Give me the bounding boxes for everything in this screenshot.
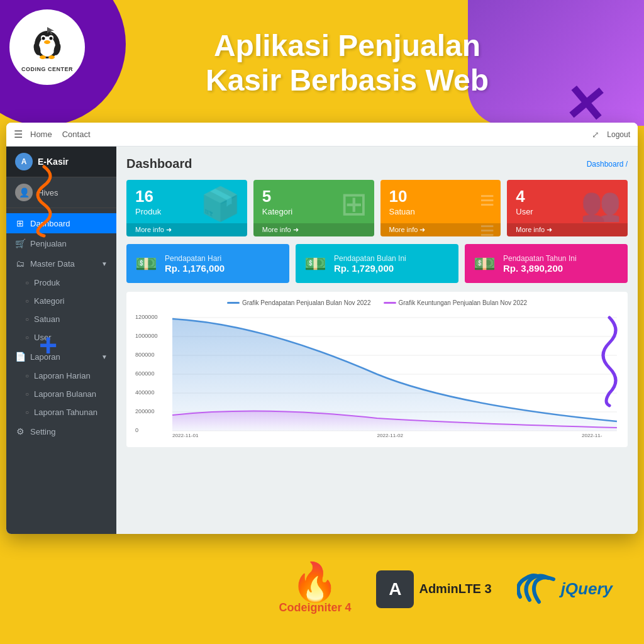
produk-bg-icon: 📦 bbox=[200, 185, 241, 223]
legend-profit-color bbox=[384, 302, 396, 304]
revenue-bulan-icon: 💵 bbox=[304, 253, 326, 274]
svg-text:2022-11-: 2022-11- bbox=[582, 433, 602, 437]
penjualan-icon: 🛒 bbox=[15, 238, 25, 248]
sub-laporan-tahunan-icon: ○ bbox=[25, 409, 29, 416]
laporan-chevron: ▼ bbox=[101, 353, 108, 360]
revenue-bulan-title: Pendapatan Bulan Ini bbox=[334, 254, 406, 263]
svg-text:0: 0 bbox=[135, 427, 138, 433]
svg-text:200000: 200000 bbox=[135, 408, 155, 414]
title-line2: Kasir Berbasis Web bbox=[206, 63, 489, 97]
svg-text:400000: 400000 bbox=[135, 389, 155, 396]
title-line1: Aplikasi Penjualan bbox=[206, 28, 489, 63]
kategori-more-info[interactable]: More info ➜ bbox=[253, 223, 374, 236]
revenue-tahun-info: Pendapatan Tahun Ini Rp. 3,890,200 bbox=[503, 254, 577, 274]
brand-adminlte: A AdminLTE 3 bbox=[376, 570, 491, 608]
legend-profit: Grafik Keuntungan Penjualan Bulan Nov 20… bbox=[384, 299, 528, 306]
logo-text: CODING CENTER bbox=[21, 66, 73, 72]
sidebar-sub-satuan[interactable]: ○ Satuan bbox=[6, 310, 116, 328]
revenue-card-tahun: 💵 Pendapatan Tahun Ini Rp. 3,890,200 bbox=[465, 244, 628, 283]
penjualan-label: Penjualan bbox=[30, 239, 67, 248]
sub-laporan-harian-icon: ○ bbox=[25, 372, 29, 379]
jquery-label: jQuery bbox=[561, 579, 613, 599]
top-navbar: ☰ Home Contact ⤢ Logout bbox=[6, 123, 638, 147]
legend-profit-label: Grafik Keuntungan Penjualan Bulan Nov 20… bbox=[399, 299, 528, 306]
chart-container: Grafik Pendapatan Penjualan Bulan Nov 20… bbox=[126, 292, 628, 447]
flame-icon: 🔥 bbox=[291, 564, 338, 601]
sidebar-section-masterdata[interactable]: 🗂 Master Data ▼ bbox=[6, 253, 116, 274]
revenue-cards: 💵 Pendapatan Hari Rp. 1,176,000 💵 Pendap… bbox=[126, 244, 628, 283]
sidebar-sub-produk[interactable]: ○ Produk bbox=[6, 274, 116, 292]
sub-kategori-icon: ○ bbox=[25, 297, 29, 304]
navbar-right: ⤢ Logout bbox=[592, 130, 630, 140]
revenue-bulan-info: Pendapatan Bulan Ini Rp. 1,729,000 bbox=[334, 254, 406, 274]
app-window: ☰ Home Contact ⤢ Logout A E-Kasir 👤 Hive… bbox=[6, 123, 638, 534]
sidebar-section-laporan[interactable]: 📄 Laporan ▼ bbox=[6, 347, 116, 367]
legend-sales-label: Grafik Pendapatan Penjualan Bulan Nov 20… bbox=[242, 299, 371, 306]
legend-sales: Grafik Pendapatan Penjualan Bulan Nov 20… bbox=[227, 299, 371, 306]
setting-label: Setting bbox=[30, 427, 55, 436]
sidebar-nav: ⊞ Dashboard 🛒 Penjualan 🗂 Master Data ▼ … bbox=[6, 208, 116, 534]
squiggle-purple-decoration bbox=[594, 314, 625, 409]
sub-laporan-bulanan-label: Laporan Bulanan bbox=[34, 389, 96, 399]
svg-text:1000000: 1000000 bbox=[135, 333, 158, 339]
plus-decoration: + bbox=[39, 327, 57, 364]
squiggle-orange-decoration bbox=[25, 164, 63, 239]
app-body: A E-Kasir 👤 Hives ⊞ Dashboard 🛒 Penjuala… bbox=[6, 147, 638, 534]
stat-card-satuan: 10 Satuan ≡≡≡ More info ➜ bbox=[380, 180, 501, 236]
main-title: Aplikasi Penjualan Kasir Berbasis Web bbox=[206, 28, 489, 97]
sub-satuan-icon: ○ bbox=[25, 316, 29, 323]
stat-card-produk: 16 Produk 📦 More info ➜ bbox=[126, 180, 247, 236]
logout-button[interactable]: Logout bbox=[607, 130, 630, 139]
penguin-icon bbox=[30, 23, 65, 66]
stat-card-user: 4 User 👥 More info ➜ bbox=[507, 180, 628, 236]
svg-text:2022-11-01: 2022-11-01 bbox=[172, 433, 199, 437]
revenue-card-hari: 💵 Pendapatan Hari Rp. 1,176,000 bbox=[126, 244, 289, 283]
satuan-more-info[interactable]: More info ➜ bbox=[380, 223, 501, 236]
svg-point-5 bbox=[49, 36, 52, 40]
masterdata-icon: 🗂 bbox=[15, 258, 25, 269]
expand-icon[interactable]: ⤢ bbox=[592, 130, 599, 140]
revenue-hari-title: Pendapatan Hari bbox=[165, 254, 225, 263]
revenue-hari-amount: Rp. 1,176,000 bbox=[165, 263, 225, 274]
adminlte-logo-icon: A bbox=[376, 570, 414, 608]
sidebar-sub-laporan-bulanan[interactable]: ○ Laporan Bulanan bbox=[6, 385, 116, 403]
sub-produk-label: Produk bbox=[34, 278, 60, 287]
setting-icon: ⚙ bbox=[15, 426, 25, 436]
navbar-contact-link[interactable]: Contact bbox=[62, 130, 91, 139]
revenue-bulan-amount: Rp. 1,729,000 bbox=[334, 263, 406, 274]
satuan-number: 10 bbox=[389, 187, 492, 206]
jquery-logo-svg bbox=[517, 572, 561, 606]
svg-point-4 bbox=[42, 36, 45, 40]
page-title: Dashboard bbox=[126, 157, 192, 171]
svg-point-1 bbox=[39, 36, 55, 57]
sub-satuan-label: Satuan bbox=[34, 314, 60, 324]
masterdata-label: Master Data bbox=[30, 259, 75, 269]
sidebar-sub-laporan-tahunan[interactable]: ○ Laporan Tahunan bbox=[6, 403, 116, 421]
chart-legend: Grafik Pendapatan Penjualan Bulan Nov 20… bbox=[134, 299, 620, 306]
sidebar-sub-kategori[interactable]: ○ Kategori bbox=[6, 292, 116, 310]
revenue-tahun-title: Pendapatan Tahun Ini bbox=[503, 254, 577, 263]
legend-sales-color bbox=[227, 302, 240, 304]
user-more-info[interactable]: More info ➜ bbox=[507, 223, 628, 236]
navbar-links: Home Contact bbox=[30, 130, 91, 139]
brand-codeigniter: 🔥 Codeigniter 4 bbox=[279, 564, 351, 614]
header-area: CODING CENTER Aplikasi Penjualan Kasir B… bbox=[0, 0, 644, 126]
adminlte-label: AdminLTE 3 bbox=[419, 582, 491, 596]
logo-circle: CODING CENTER bbox=[9, 9, 85, 85]
main-content: Dashboard Dashboard / 16 Produk 📦 More i… bbox=[116, 147, 638, 534]
sidebar-sub-laporan-harian[interactable]: ○ Laporan Harian bbox=[6, 367, 116, 385]
content-header: Dashboard Dashboard / bbox=[126, 157, 628, 171]
dashboard-icon: ⊞ bbox=[15, 218, 25, 228]
sidebar-item-setting[interactable]: ⚙ Setting bbox=[6, 421, 116, 441]
chart-svg: 1200000 1000000 800000 600000 400000 200… bbox=[134, 311, 620, 437]
stat-card-kategori: 5 Kategori ⊞ More info ➜ bbox=[253, 180, 374, 236]
produk-more-info[interactable]: More info ➜ bbox=[126, 223, 247, 236]
svg-point-6 bbox=[44, 40, 50, 44]
revenue-hari-icon: 💵 bbox=[135, 253, 157, 274]
sidebar-sub-user[interactable]: ○ User bbox=[6, 328, 116, 347]
hamburger-button[interactable]: ☰ bbox=[14, 128, 23, 140]
navbar-home-link[interactable]: Home bbox=[30, 130, 52, 139]
revenue-tahun-icon: 💵 bbox=[474, 253, 496, 274]
codeigniter-label: Codeigniter 4 bbox=[279, 601, 351, 614]
svg-text:2022-11-02: 2022-11-02 bbox=[377, 433, 404, 437]
